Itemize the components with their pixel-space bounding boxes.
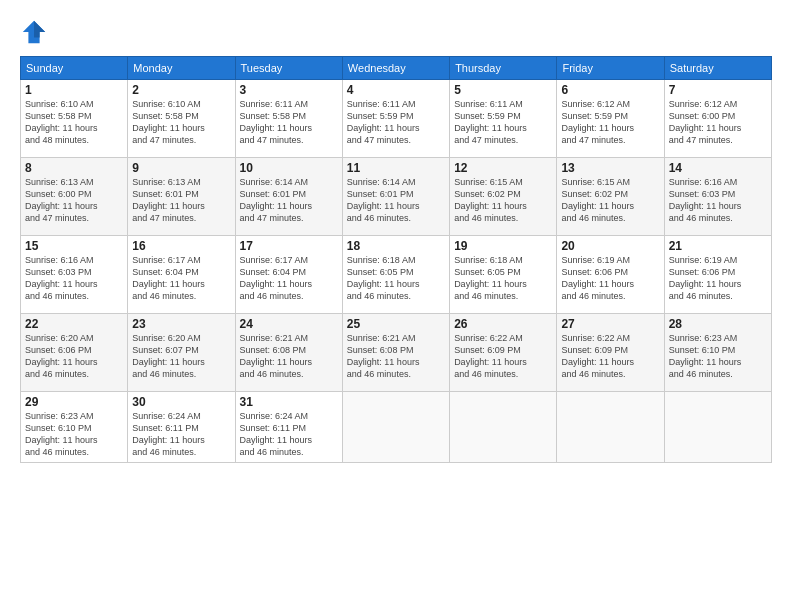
day-number: 14 [669,161,767,175]
day-number: 26 [454,317,552,331]
day-cell [557,392,664,463]
day-cell: 15Sunrise: 6:16 AM Sunset: 6:03 PM Dayli… [21,236,128,314]
day-detail: Sunrise: 6:22 AM Sunset: 6:09 PM Dayligh… [561,332,659,381]
day-number: 23 [132,317,230,331]
day-number: 22 [25,317,123,331]
day-number: 5 [454,83,552,97]
day-number: 13 [561,161,659,175]
day-number: 30 [132,395,230,409]
day-cell: 12Sunrise: 6:15 AM Sunset: 6:02 PM Dayli… [450,158,557,236]
day-number: 2 [132,83,230,97]
day-cell: 17Sunrise: 6:17 AM Sunset: 6:04 PM Dayli… [235,236,342,314]
day-detail: Sunrise: 6:18 AM Sunset: 6:05 PM Dayligh… [454,254,552,303]
day-detail: Sunrise: 6:11 AM Sunset: 5:59 PM Dayligh… [454,98,552,147]
day-cell: 25Sunrise: 6:21 AM Sunset: 6:08 PM Dayli… [342,314,449,392]
day-number: 8 [25,161,123,175]
header-cell-wednesday: Wednesday [342,57,449,80]
day-number: 29 [25,395,123,409]
day-number: 31 [240,395,338,409]
day-cell: 28Sunrise: 6:23 AM Sunset: 6:10 PM Dayli… [664,314,771,392]
day-detail: Sunrise: 6:16 AM Sunset: 6:03 PM Dayligh… [669,176,767,225]
week-row-1: 1Sunrise: 6:10 AM Sunset: 5:58 PM Daylig… [21,80,772,158]
day-detail: Sunrise: 6:21 AM Sunset: 6:08 PM Dayligh… [240,332,338,381]
header-cell-monday: Monday [128,57,235,80]
day-cell: 2Sunrise: 6:10 AM Sunset: 5:58 PM Daylig… [128,80,235,158]
page: SundayMondayTuesdayWednesdayThursdayFrid… [0,0,792,612]
day-number: 3 [240,83,338,97]
day-detail: Sunrise: 6:11 AM Sunset: 5:58 PM Dayligh… [240,98,338,147]
day-detail: Sunrise: 6:14 AM Sunset: 6:01 PM Dayligh… [347,176,445,225]
day-detail: Sunrise: 6:24 AM Sunset: 6:11 PM Dayligh… [132,410,230,459]
day-detail: Sunrise: 6:19 AM Sunset: 6:06 PM Dayligh… [561,254,659,303]
day-number: 7 [669,83,767,97]
day-number: 11 [347,161,445,175]
day-cell: 8Sunrise: 6:13 AM Sunset: 6:00 PM Daylig… [21,158,128,236]
day-detail: Sunrise: 6:23 AM Sunset: 6:10 PM Dayligh… [669,332,767,381]
day-cell: 31Sunrise: 6:24 AM Sunset: 6:11 PM Dayli… [235,392,342,463]
day-number: 18 [347,239,445,253]
day-number: 10 [240,161,338,175]
header-cell-tuesday: Tuesday [235,57,342,80]
logo-icon [20,18,48,46]
day-number: 25 [347,317,445,331]
day-number: 19 [454,239,552,253]
day-detail: Sunrise: 6:20 AM Sunset: 6:07 PM Dayligh… [132,332,230,381]
day-detail: Sunrise: 6:13 AM Sunset: 6:00 PM Dayligh… [25,176,123,225]
day-cell [342,392,449,463]
day-number: 1 [25,83,123,97]
day-cell: 6Sunrise: 6:12 AM Sunset: 5:59 PM Daylig… [557,80,664,158]
day-detail: Sunrise: 6:10 AM Sunset: 5:58 PM Dayligh… [25,98,123,147]
day-cell: 10Sunrise: 6:14 AM Sunset: 6:01 PM Dayli… [235,158,342,236]
header-row: SundayMondayTuesdayWednesdayThursdayFrid… [21,57,772,80]
day-number: 9 [132,161,230,175]
week-row-4: 22Sunrise: 6:20 AM Sunset: 6:06 PM Dayli… [21,314,772,392]
day-detail: Sunrise: 6:12 AM Sunset: 6:00 PM Dayligh… [669,98,767,147]
day-number: 28 [669,317,767,331]
week-row-2: 8Sunrise: 6:13 AM Sunset: 6:00 PM Daylig… [21,158,772,236]
day-cell: 27Sunrise: 6:22 AM Sunset: 6:09 PM Dayli… [557,314,664,392]
day-detail: Sunrise: 6:24 AM Sunset: 6:11 PM Dayligh… [240,410,338,459]
day-detail: Sunrise: 6:13 AM Sunset: 6:01 PM Dayligh… [132,176,230,225]
day-number: 20 [561,239,659,253]
day-cell: 22Sunrise: 6:20 AM Sunset: 6:06 PM Dayli… [21,314,128,392]
day-detail: Sunrise: 6:16 AM Sunset: 6:03 PM Dayligh… [25,254,123,303]
day-cell: 21Sunrise: 6:19 AM Sunset: 6:06 PM Dayli… [664,236,771,314]
day-detail: Sunrise: 6:12 AM Sunset: 5:59 PM Dayligh… [561,98,659,147]
day-detail: Sunrise: 6:18 AM Sunset: 6:05 PM Dayligh… [347,254,445,303]
week-row-3: 15Sunrise: 6:16 AM Sunset: 6:03 PM Dayli… [21,236,772,314]
day-number: 17 [240,239,338,253]
day-cell: 11Sunrise: 6:14 AM Sunset: 6:01 PM Dayli… [342,158,449,236]
day-cell: 24Sunrise: 6:21 AM Sunset: 6:08 PM Dayli… [235,314,342,392]
day-detail: Sunrise: 6:20 AM Sunset: 6:06 PM Dayligh… [25,332,123,381]
day-number: 4 [347,83,445,97]
day-cell: 18Sunrise: 6:18 AM Sunset: 6:05 PM Dayli… [342,236,449,314]
day-cell: 23Sunrise: 6:20 AM Sunset: 6:07 PM Dayli… [128,314,235,392]
day-detail: Sunrise: 6:23 AM Sunset: 6:10 PM Dayligh… [25,410,123,459]
header-cell-thursday: Thursday [450,57,557,80]
day-cell: 9Sunrise: 6:13 AM Sunset: 6:01 PM Daylig… [128,158,235,236]
day-number: 15 [25,239,123,253]
day-cell: 5Sunrise: 6:11 AM Sunset: 5:59 PM Daylig… [450,80,557,158]
day-number: 12 [454,161,552,175]
day-cell: 20Sunrise: 6:19 AM Sunset: 6:06 PM Dayli… [557,236,664,314]
header-cell-friday: Friday [557,57,664,80]
calendar-table: SundayMondayTuesdayWednesdayThursdayFrid… [20,56,772,463]
day-detail: Sunrise: 6:21 AM Sunset: 6:08 PM Dayligh… [347,332,445,381]
day-cell: 3Sunrise: 6:11 AM Sunset: 5:58 PM Daylig… [235,80,342,158]
day-cell: 16Sunrise: 6:17 AM Sunset: 6:04 PM Dayli… [128,236,235,314]
day-detail: Sunrise: 6:11 AM Sunset: 5:59 PM Dayligh… [347,98,445,147]
day-detail: Sunrise: 6:19 AM Sunset: 6:06 PM Dayligh… [669,254,767,303]
day-detail: Sunrise: 6:15 AM Sunset: 6:02 PM Dayligh… [454,176,552,225]
day-detail: Sunrise: 6:17 AM Sunset: 6:04 PM Dayligh… [240,254,338,303]
day-cell: 30Sunrise: 6:24 AM Sunset: 6:11 PM Dayli… [128,392,235,463]
week-row-5: 29Sunrise: 6:23 AM Sunset: 6:10 PM Dayli… [21,392,772,463]
day-number: 27 [561,317,659,331]
day-cell: 26Sunrise: 6:22 AM Sunset: 6:09 PM Dayli… [450,314,557,392]
day-detail: Sunrise: 6:22 AM Sunset: 6:09 PM Dayligh… [454,332,552,381]
header-cell-sunday: Sunday [21,57,128,80]
day-number: 16 [132,239,230,253]
header-cell-saturday: Saturday [664,57,771,80]
header [20,18,772,46]
day-number: 21 [669,239,767,253]
day-cell: 13Sunrise: 6:15 AM Sunset: 6:02 PM Dayli… [557,158,664,236]
